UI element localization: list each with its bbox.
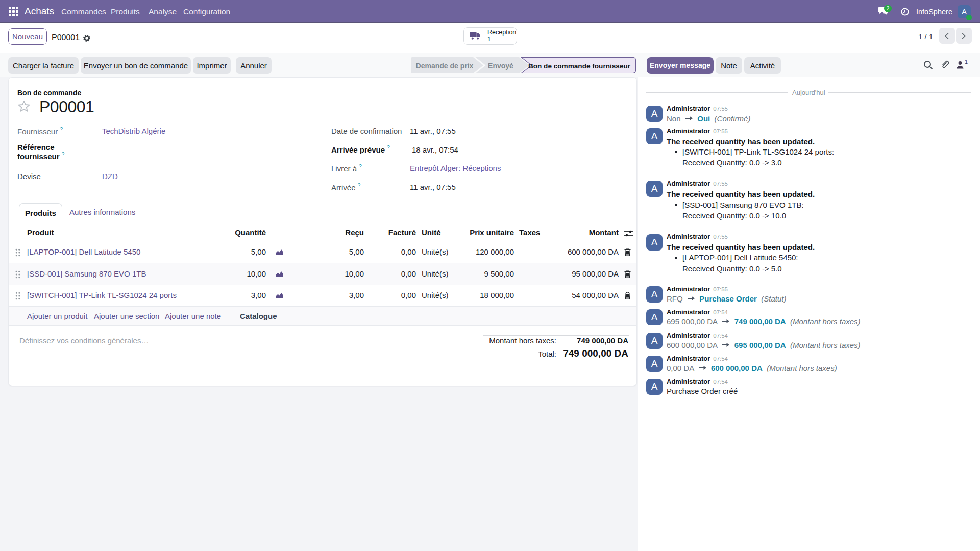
svg-text:Demande de prix: Demande de prix — [416, 62, 474, 70]
svg-text:Envoyé: Envoyé — [488, 62, 513, 70]
svg-text:Bon de commande fournisseur: Bon de commande fournisseur — [528, 62, 631, 70]
